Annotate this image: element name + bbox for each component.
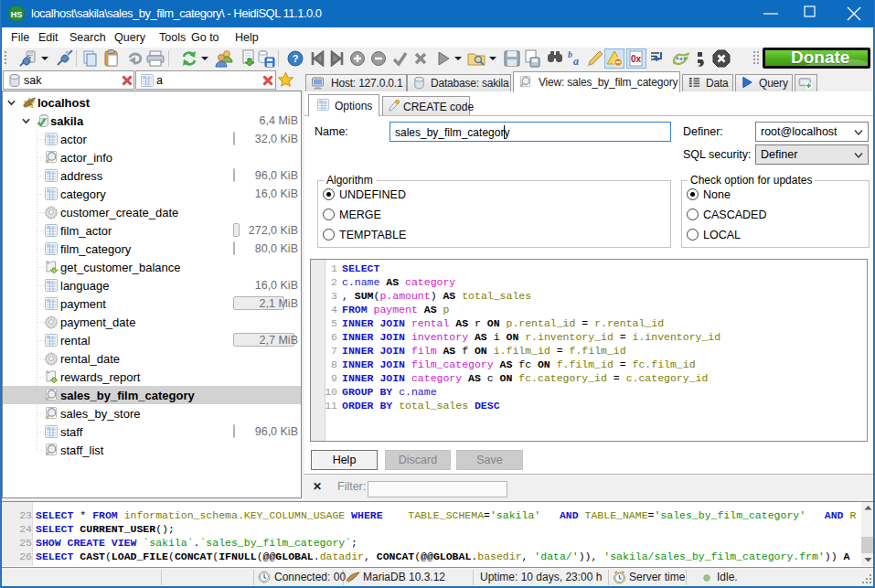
svg-text:0x: 0x	[631, 54, 642, 64]
svg-text:HS: HS	[11, 10, 23, 19]
svg-text:b: b	[568, 49, 572, 59]
svg-text:a: a	[573, 55, 579, 68]
svg-text:?: ?	[293, 53, 299, 64]
